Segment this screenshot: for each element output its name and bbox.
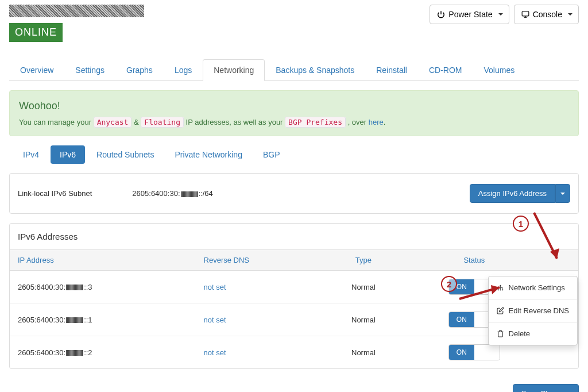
col-type[interactable]: Type: [322, 250, 405, 271]
tab-reinstall[interactable]: Reinstall: [365, 59, 418, 81]
assign-btn-group: Assign IPv6 Address: [470, 184, 570, 203]
menu-delete[interactable]: Delete: [489, 322, 577, 345]
tab-overview[interactable]: Overview: [9, 59, 64, 81]
subnet-value-post: ::/64: [199, 189, 213, 198]
col-ip[interactable]: IP Address: [10, 250, 196, 271]
col-status[interactable]: Status: [405, 250, 544, 271]
subtab-ipv4[interactable]: IPv4: [14, 145, 48, 164]
power-icon: [437, 10, 445, 18]
subtab-bgp[interactable]: BGP: [254, 145, 289, 164]
rdns-link[interactable]: not set: [204, 348, 226, 357]
subtab-private[interactable]: Private Networking: [165, 145, 252, 164]
tab-settings[interactable]: Settings: [64, 59, 115, 81]
floating-tag: Floating: [141, 117, 184, 128]
toggle-off: [474, 345, 500, 360]
tab-logs[interactable]: Logs: [164, 59, 203, 81]
here-link[interactable]: here: [369, 118, 384, 126]
status-toggle[interactable]: ON: [448, 344, 500, 360]
toggle-on: ON: [449, 312, 474, 327]
toggle-on: ON: [449, 345, 474, 360]
tab-graphs[interactable]: Graphs: [115, 59, 164, 81]
type-cell: Normal: [322, 336, 405, 369]
subnet-panel: Link-local IPv6 Subnet 2605:6400:30:::/6…: [9, 173, 579, 214]
type-cell: Normal: [322, 303, 405, 336]
status-badge: ONLINE: [9, 23, 63, 42]
rdns-link[interactable]: not set: [204, 316, 226, 324]
annotation-arrow-2: [457, 282, 508, 305]
save-changes-button[interactable]: Save Changes: [513, 384, 579, 392]
tab-networking[interactable]: Networking: [203, 59, 265, 81]
ip-cell: 2605:6400:30:::1: [10, 303, 196, 336]
addresses-heading: IPv6 Addresses: [10, 224, 578, 249]
console-label: Console: [533, 10, 562, 19]
subnet-value: 2605:6400:30:::/64: [132, 189, 212, 198]
alert-text: You can manage your: [19, 118, 91, 126]
subtab-routed[interactable]: Routed Subnets: [87, 145, 163, 164]
tab-volumes[interactable]: Volumes: [473, 59, 526, 81]
anycast-tag: Anycast: [94, 117, 132, 128]
rdns-link[interactable]: not set: [204, 283, 226, 291]
main-tabs: Overview Settings Graphs Logs Networking…: [9, 59, 579, 81]
alert-text: &: [134, 118, 139, 126]
power-state-button[interactable]: Power State: [430, 5, 509, 24]
caret-down-icon: [560, 193, 565, 195]
col-rdns[interactable]: Reverse DNS: [196, 250, 323, 271]
alert-text: , over: [348, 118, 367, 126]
tab-backups[interactable]: Backups & Snapshots: [265, 59, 365, 81]
tab-cdrom[interactable]: CD-ROM: [418, 59, 473, 81]
info-alert: Woohoo! You can manage your Anycast & Fl…: [9, 90, 579, 136]
server-name-redacted: [9, 5, 144, 17]
menu-label: Delete: [509, 329, 531, 338]
alert-text: IP addresses, as well as your: [186, 118, 283, 126]
network-subtabs: IPv4 IPv6 Routed Subnets Private Network…: [9, 145, 579, 164]
menu-label: Edit Reverse DNS: [509, 306, 569, 315]
alert-title: Woohoo!: [19, 100, 569, 112]
redacted: [66, 350, 83, 356]
annotation-2: 2: [441, 276, 457, 292]
svg-marker-9: [491, 285, 500, 294]
svg-rect-1: [522, 11, 529, 16]
redacted: [181, 191, 198, 197]
type-cell: Normal: [322, 271, 405, 303]
ip-cell: 2605:6400:30:::3: [10, 271, 196, 303]
subtab-ipv6[interactable]: IPv6: [51, 145, 85, 164]
assign-ipv6-dropdown-toggle[interactable]: [555, 184, 570, 203]
annotation-1: 1: [513, 216, 529, 232]
subnet-value-pre: 2605:6400:30:: [132, 189, 180, 198]
redacted: [66, 285, 83, 290]
bgp-tag: BGP Prefixes: [285, 117, 346, 128]
trash-icon: [497, 330, 504, 337]
assign-ipv6-button[interactable]: Assign IPv6 Address: [470, 184, 555, 203]
console-button[interactable]: Console: [514, 5, 579, 24]
redacted: [66, 317, 83, 323]
power-state-label: Power State: [448, 10, 492, 19]
edit-icon: [497, 307, 504, 314]
ip-cell: 2605:6400:30:::2: [10, 336, 196, 369]
monitor-icon: [521, 10, 529, 18]
menu-label: Network Settings: [509, 283, 565, 292]
annotation-arrow-1: [528, 207, 568, 270]
alert-text: .: [384, 118, 386, 126]
alert-body: You can manage your Anycast & Floating I…: [19, 118, 569, 126]
subnet-label: Link-local IPv6 Subnet: [18, 189, 92, 198]
